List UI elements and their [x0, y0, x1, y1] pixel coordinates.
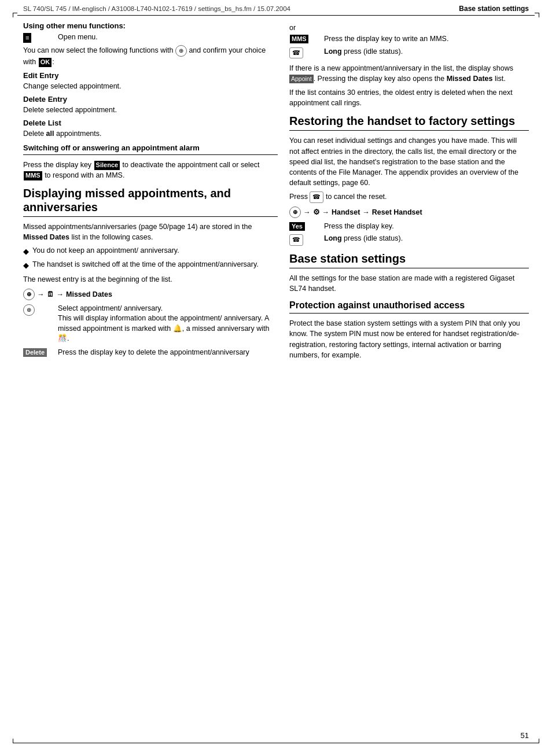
- edit-entry-heading: Edit Entry: [23, 71, 278, 80]
- yes-badge-cell: Yes: [289, 222, 319, 232]
- corner-tr: [535, 13, 539, 17]
- nav-circle-icon: ⊕: [175, 45, 187, 57]
- delete-badge: Delete: [23, 348, 47, 357]
- nav-reset-handset: ⊕ → ⚙ → Handset → Reset Handset: [289, 206, 529, 218]
- delete-badge-cell: Delete: [23, 348, 53, 358]
- delete-appt-text: Press the display key to delete the appo…: [58, 348, 278, 358]
- protection-text: Protect the base station system settings…: [289, 318, 529, 360]
- or-text: or: [289, 24, 529, 32]
- phone-end-icon-top: ☎̈: [289, 47, 303, 58]
- bullet-1: ◆ You do not keep an appointment/ annive…: [23, 246, 278, 257]
- nav-missed-dates: ⊕ → 🗓 → Missed Dates: [23, 289, 278, 300]
- appoint-badge: Appoint: [289, 75, 314, 83]
- missed-appts-divider: [23, 216, 278, 217]
- delete-list-section: Delete List Delete all appointments.: [23, 119, 278, 139]
- base-station-divider: [289, 268, 529, 268]
- cancel-reset-text: Press ☎ to cancel the reset.: [289, 191, 529, 203]
- content-area: Using other menu functions: ≡ Open menu.…: [0, 16, 552, 381]
- select-appt-text: Select appointment/ anniversary. This wi…: [58, 304, 278, 344]
- delete-entry-section: Delete Entry Delete selected appointment…: [23, 95, 278, 115]
- phone-end-icon-cancel: ☎: [310, 191, 323, 203]
- delete-list-text: Delete all appointments.: [23, 128, 278, 139]
- corner-br: [535, 739, 539, 743]
- alarm-divider: [23, 154, 278, 155]
- missed-appts-intro: Missed appointments/anniversaries (page …: [23, 222, 278, 242]
- nav-circle-3: ⊕: [23, 304, 35, 316]
- mms-icon-cell: MMS: [289, 34, 319, 45]
- mms-badge-right: MMS: [290, 35, 308, 43]
- alarm-heading: Switching off or answering an appointmen…: [23, 143, 278, 152]
- mms-badge-left: MMS: [24, 171, 42, 180]
- base-station-text: All the settings for the base station ar…: [289, 273, 529, 294]
- phone-end-cell-restore: ☎: [289, 234, 319, 245]
- delete-entry-heading: Delete Entry: [23, 95, 278, 104]
- menu-list-icon: ≡: [23, 33, 31, 43]
- newest-entry-text: The newest entry is at the beginning of …: [23, 274, 278, 285]
- silence-badge: Silence: [94, 161, 120, 170]
- restore-heading: Restoring the handset to factory setting…: [289, 114, 529, 128]
- delete-list-heading: Delete List: [23, 119, 278, 127]
- page: SL 740/SL 745 / IM-englisch / A31008-L74…: [0, 0, 552, 756]
- yes-badge: Yes: [289, 222, 305, 231]
- restore-text: You can reset individual settings and ch…: [289, 135, 529, 188]
- corner-tl: [13, 13, 17, 17]
- phone-end-icon-restore: ☎: [289, 234, 303, 245]
- missed-appts-heading: Displaying missed appointments, and anni…: [23, 186, 278, 214]
- long-press-row-top: ☎̈ Long press (idle status).: [289, 47, 529, 58]
- edit-entry-text: Change selected appointment.: [23, 81, 278, 91]
- long-press-row-restore: ☎ Long press (idle status).: [289, 234, 529, 245]
- phone-end-cell-top: ☎̈: [289, 47, 319, 58]
- delete-appt-row: Delete Press the display key to delete t…: [23, 348, 278, 358]
- functions-description: You can now select the following functio…: [23, 45, 278, 67]
- right-column: or MMS Press the display key to write an…: [289, 21, 529, 364]
- diamond-icon-2: ◆: [23, 261, 29, 271]
- header: SL 740/SL 745 / IM-englisch / A31008-L74…: [0, 0, 552, 15]
- left-column: Using other menu functions: ≡ Open menu.…: [23, 21, 278, 364]
- menu-icon-cell: ≡: [23, 32, 53, 43]
- diamond-icon-1: ◆: [23, 247, 29, 257]
- base-station-heading: Base station settings: [289, 252, 529, 265]
- yes-text: Press the display key.: [324, 222, 529, 232]
- long-press-restore-text: Long press (idle status).: [324, 234, 529, 245]
- protection-divider: [289, 313, 529, 314]
- open-menu-text: Open menu.: [58, 32, 278, 43]
- ok-badge: OK: [39, 58, 52, 67]
- select-appt-row: ⊕ Select appointment/ anniversary. This …: [23, 304, 278, 344]
- restore-divider: [289, 130, 529, 131]
- alarm-section: Switching off or answering an appointmen…: [23, 143, 278, 180]
- protection-heading: Protection against unauthorised access: [289, 300, 529, 311]
- menu-functions-heading: Using other menu functions:: [23, 21, 278, 30]
- delete-entry-text: Delete selected appointment.: [23, 105, 278, 115]
- alarm-text: Press the display key Silence to deactiv…: [23, 160, 278, 180]
- edit-entry-section: Edit Entry Change selected appointment.: [23, 71, 278, 91]
- nav-circle-2: ⊕: [23, 289, 35, 300]
- nav-circle-reset: ⊕: [289, 206, 301, 218]
- yes-row: Yes Press the display key.: [289, 222, 529, 232]
- header-section: Base station settings: [459, 5, 529, 13]
- bullet-2: ◆ The handset is switched off at the tim…: [23, 260, 278, 271]
- open-menu-row: ≡ Open menu.: [23, 32, 278, 43]
- long-press-text-top: Long press (idle status).: [324, 47, 529, 58]
- appoint-note: If there is a new appointment/anniversar…: [289, 63, 529, 84]
- corner-bl: [13, 739, 17, 743]
- nav-icon-cell: ⊕: [23, 304, 53, 344]
- header-path: SL 740/SL 745 / IM-englisch / A31008-L74…: [23, 5, 290, 12]
- mms-text: Press the display key to write an MMS.: [324, 34, 529, 45]
- bottom-border: [17, 743, 535, 743]
- page-number: 51: [521, 731, 529, 740]
- list-note: If the list contains 30 entries, the old…: [289, 87, 529, 108]
- mms-row: MMS Press the display key to write an MM…: [289, 34, 529, 45]
